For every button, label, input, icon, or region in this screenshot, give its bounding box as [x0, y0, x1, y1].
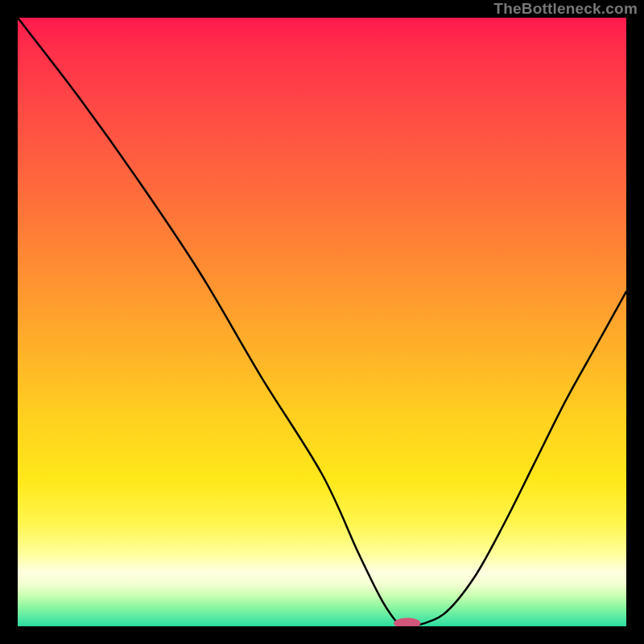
plot-area	[18, 18, 626, 626]
watermark-text: TheBottleneck.com	[493, 0, 638, 18]
chart-stage: TheBottleneck.com	[0, 0, 644, 644]
plot-svg	[18, 18, 626, 626]
optimal-marker	[394, 617, 420, 626]
bottleneck-curve	[18, 18, 626, 626]
